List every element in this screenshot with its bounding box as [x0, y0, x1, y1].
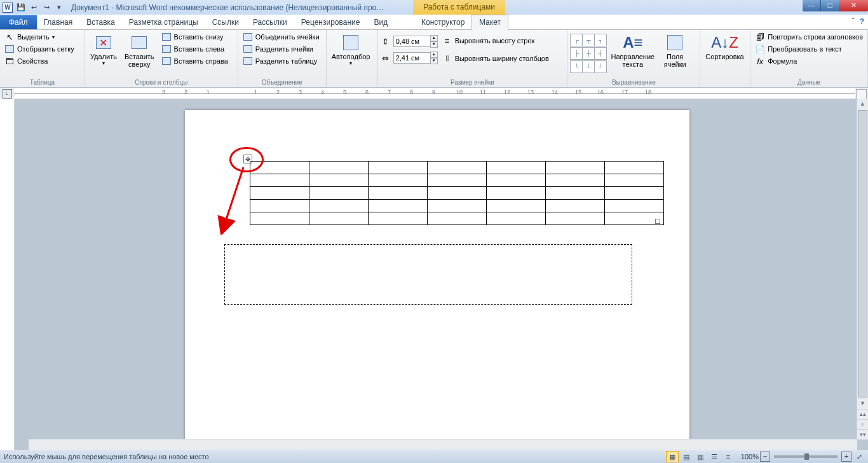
merge-cells-button[interactable]: Объединить ячейки [241, 31, 322, 43]
table-row [250, 162, 664, 174]
svg-line-0 [224, 167, 243, 225]
zoom-out-button[interactable]: − [760, 452, 770, 462]
document-table[interactable] [250, 161, 664, 225]
properties-button[interactable]: 🗔Свойства [3, 55, 76, 67]
drag-target-outline [224, 244, 632, 305]
qat-customize-icon[interactable]: ▾ [53, 2, 65, 13]
insert-below-button[interactable]: Вставить снизу [159, 31, 230, 43]
tab-insert[interactable]: Вставка [79, 15, 122, 29]
align-bl[interactable]: └ [570, 60, 583, 73]
align-tc[interactable]: ┬ [582, 34, 595, 46]
delete-button[interactable]: ✕Удалить▾ [88, 31, 119, 67]
align-tr[interactable]: ┐ [594, 34, 607, 46]
spin-down-icon[interactable]: ▼ [430, 58, 438, 64]
insert-right-button[interactable]: Вставить справа [159, 55, 230, 67]
prev-page-icon[interactable]: ▴▴ [857, 409, 868, 419]
align-bc[interactable]: ┴ [582, 60, 595, 73]
insert-above-button[interactable]: Вставить сверху [122, 31, 157, 69]
formula-button[interactable]: fxФормула [753, 55, 865, 67]
group-alignment: ┌┬┐ ├┼┤ └┴┘ A≡Направление текста Поля яч… [567, 30, 700, 87]
cell-margins-button[interactable]: Поля ячейки [660, 31, 690, 69]
group-merge: Объединить ячейки Разделить ячейки Разде… [238, 30, 327, 87]
text-direction-button[interactable]: A≡Направление текста [608, 31, 657, 69]
ruler-tick: 2 [276, 89, 280, 95]
spin-up-icon[interactable]: ▲ [430, 52, 438, 58]
vertical-scrollbar[interactable]: ▲ ▼ ▴▴ ○ ▾▾ [857, 99, 868, 439]
group-sort: A↓ZСортировка [700, 30, 750, 87]
tab-pagelayout[interactable]: Разметка страницы [122, 15, 205, 29]
tab-layout[interactable]: Макет [471, 15, 508, 30]
align-mc[interactable]: ┼ [582, 47, 595, 60]
zoom-slider[interactable] [774, 455, 837, 458]
vertical-ruler[interactable] [0, 99, 15, 450]
scroll-down-icon[interactable]: ▼ [857, 398, 868, 409]
zoom-in-button[interactable]: + [841, 452, 851, 462]
ruler-tick: 11 [480, 89, 486, 95]
ribbon: ↖Выделить ▾ Отобразить сетку 🗔Свойства Т… [0, 30, 868, 88]
view-draft-icon[interactable]: ≡ [722, 451, 735, 462]
minimize-button[interactable]: — [803, 0, 820, 11]
window-controls: — □ ✕ [803, 0, 868, 11]
maximize-button[interactable]: □ [820, 0, 839, 11]
repeat-headers-button[interactable]: 🗐Повторить строки заголовков [753, 31, 865, 43]
tab-references[interactable]: Ссылки [205, 15, 246, 29]
sort-button[interactable]: A↓ZСортировка [703, 31, 746, 62]
tab-mailings[interactable]: Рассылки [246, 15, 294, 29]
group-table: ↖Выделить ▾ Отобразить сетку 🗔Свойства Т… [0, 30, 85, 87]
document-area: ✥ ▲ ▼ ▴▴ ○ ▾▾ [0, 99, 868, 450]
tab-file[interactable]: Файл [0, 15, 37, 29]
qat-save-icon[interactable]: 💾 [15, 2, 27, 13]
minimize-ribbon-icon[interactable]: ˇ [852, 17, 855, 26]
ruler-tick: 7 [388, 89, 391, 95]
align-ml[interactable]: ├ [570, 47, 583, 60]
view-gridlines-button[interactable]: Отобразить сетку [3, 43, 76, 55]
group-label: Выравнивание [570, 78, 697, 87]
spin-up-icon[interactable]: ▲ [430, 35, 438, 41]
col-width-field[interactable]: ⇔▲▼ [381, 52, 438, 64]
tab-review[interactable]: Рецензирование [294, 15, 367, 29]
horizontal-scrollbar[interactable] [29, 439, 857, 450]
align-mr[interactable]: ┤ [594, 47, 607, 60]
qat-undo-icon[interactable]: ↩ [28, 2, 39, 13]
view-outline-icon[interactable]: ☰ [708, 451, 721, 462]
next-page-icon[interactable]: ▾▾ [857, 429, 868, 439]
qat-redo-icon[interactable]: ↪ [41, 2, 52, 13]
insert-left-button[interactable]: Вставить слева [159, 43, 230, 55]
distribute-cols-button[interactable]: ⦀Выровнять ширину столбцов [440, 53, 551, 64]
zoom-fit-icon[interactable]: ⤢ [853, 451, 865, 462]
ruler-tick: 1 [254, 89, 257, 95]
select-button[interactable]: ↖Выделить ▾ [3, 31, 76, 43]
help-icon[interactable]: ? [860, 17, 864, 26]
align-br[interactable]: ┘ [594, 60, 607, 73]
spin-down-icon[interactable]: ▼ [430, 41, 438, 48]
tab-view[interactable]: Вид [367, 15, 395, 29]
browse-object-icon[interactable]: ○ [857, 419, 868, 429]
zoom-thumb[interactable] [804, 453, 809, 460]
tab-design[interactable]: Конструктор [414, 15, 471, 29]
align-tl[interactable]: ┌ [570, 34, 583, 46]
view-web-icon[interactable]: ▥ [694, 451, 707, 462]
autofit-button[interactable]: Автоподбор▾ [329, 31, 373, 67]
table-resize-handle[interactable] [655, 219, 660, 224]
convert-to-text-button[interactable]: 📄Преобразовать в текст [753, 43, 865, 55]
split-table-icon [243, 56, 253, 66]
scroll-thumb[interactable] [858, 110, 867, 397]
split-table-button[interactable]: Разделить таблицу [241, 55, 322, 67]
convert-icon: 📄 [755, 44, 765, 54]
view-fullscreen-icon[interactable]: ▤ [680, 451, 693, 462]
insert-right-icon [161, 56, 172, 66]
document-viewport[interactable]: ✥ ▲ ▼ ▴▴ ○ ▾▾ [15, 99, 868, 450]
document-page[interactable]: ✥ [185, 110, 689, 450]
scroll-up-icon[interactable]: ▲ [857, 99, 868, 109]
autofit-icon [341, 32, 361, 53]
close-button[interactable]: ✕ [839, 0, 868, 11]
zoom-level[interactable]: 100% [741, 453, 759, 460]
table-row [250, 174, 664, 187]
tab-home[interactable]: Главная [37, 15, 80, 29]
split-cells-button[interactable]: Разделить ячейки [241, 43, 322, 55]
distribute-rows-button[interactable]: ≡Выровнять высоту строк [440, 35, 551, 46]
row-height-field[interactable]: ⇕▲▼ [381, 35, 438, 48]
formula-icon: fx [755, 56, 765, 66]
contextual-tab-title: Работа с таблицами [413, 0, 505, 15]
view-print-layout-icon[interactable]: ▦ [666, 451, 679, 462]
